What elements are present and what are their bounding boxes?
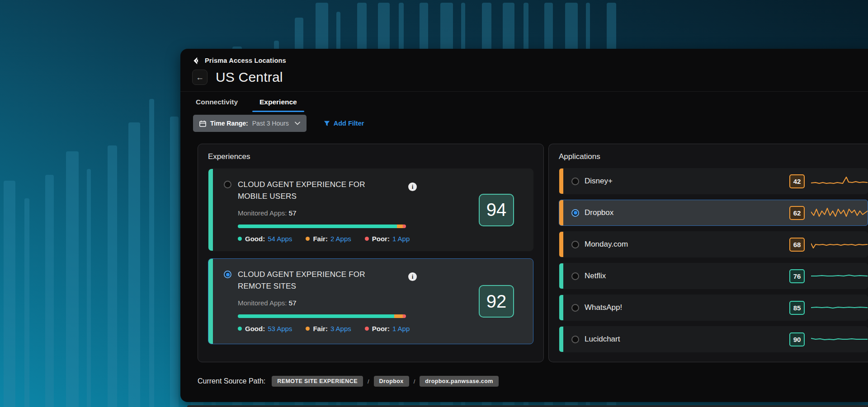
distribution-legend: Good:53 AppsFair:3 AppsPoor:1 App	[238, 325, 474, 332]
app-radio[interactable]	[571, 272, 579, 280]
app-radio[interactable]	[571, 178, 579, 185]
main-panel: Prisma Access Locations ← US Central Con…	[180, 49, 868, 402]
app-sparkline-chart	[811, 205, 868, 221]
app-distribution-bar	[238, 225, 406, 228]
legend-item: Poor:1 App	[365, 235, 410, 243]
app-sparkline-chart	[811, 236, 868, 253]
legend-item: Fair:3 Apps	[306, 325, 351, 332]
legend-value[interactable]: 2 Apps	[330, 235, 351, 243]
monitored-apps-value: 57	[288, 209, 296, 217]
background-stripe	[45, 175, 54, 407]
next-panel-edge	[187, 405, 868, 407]
time-range-dropdown[interactable]: Time Range: Past 3 Hours	[193, 115, 307, 132]
info-icon[interactable]: i	[408, 182, 417, 191]
experience-radio[interactable]	[224, 271, 231, 278]
background-stripe	[149, 99, 154, 407]
experience-radio[interactable]	[224, 181, 231, 188]
tab-experience[interactable]: Experience	[251, 92, 305, 112]
add-filter-label: Add Filter	[334, 120, 364, 127]
experience-title: CLOUD AGENT EXPERIENCE FOR MOBILE USERS	[238, 179, 389, 202]
status-dot	[238, 237, 242, 241]
application-row[interactable]: Disney+ 42	[559, 168, 868, 194]
app-radio[interactable]	[571, 209, 579, 217]
app-score-badge: 62	[789, 206, 805, 220]
application-row[interactable]: WhatsApp! 85	[559, 295, 868, 321]
app-score-badge: 42	[789, 174, 805, 188]
back-button[interactable]: ←	[192, 70, 208, 85]
app-name: Lucidchart	[585, 335, 620, 344]
application-row[interactable]: Monday.com 68	[559, 231, 868, 257]
distribution-legend: Good:54 AppsFair:2 AppsPoor:1 App	[238, 235, 474, 243]
app-status-bar	[559, 168, 563, 194]
app-name: Dropbox	[585, 208, 613, 217]
application-row[interactable]: Dropbox 62	[559, 200, 868, 226]
distribution-segment	[403, 314, 406, 318]
app-sparkline-chart	[811, 299, 868, 316]
app-header: Prisma Access Locations	[180, 49, 868, 65]
monitored-apps-label: Monitored Apps:	[238, 299, 287, 307]
applications-panel: Applications Disney+ 42 Dropbox 62 Monda…	[548, 144, 868, 362]
prisma-logo-icon	[193, 57, 201, 65]
legend-value[interactable]: 54 Apps	[268, 235, 292, 243]
tab-connectivity[interactable]: Connectivity	[188, 92, 246, 112]
app-radio[interactable]	[571, 336, 579, 343]
experience-score: 94	[479, 194, 514, 226]
path-segment-pill: dropbox.panwsase.com	[420, 376, 498, 387]
application-row[interactable]: Netflix 76	[559, 263, 868, 289]
app-title: Prisma Access Locations	[205, 57, 286, 64]
info-icon[interactable]: i	[408, 272, 417, 281]
legend-value[interactable]: 1 App	[392, 235, 410, 243]
legend-label: Fair:	[313, 235, 328, 243]
experience-card-mobile-users[interactable]: CLOUD AGENT EXPERIENCE FOR MOBILE USERS …	[208, 168, 533, 251]
filter-funnel-icon	[324, 120, 330, 126]
app-status-bar	[559, 200, 563, 225]
distribution-segment	[403, 225, 406, 228]
background-stripe	[170, 117, 179, 407]
time-range-label: Time Range:	[210, 120, 248, 127]
app-name: Netflix	[585, 271, 606, 281]
legend-value[interactable]: 53 Apps	[268, 325, 292, 332]
applications-title: Applications	[559, 152, 868, 161]
app-radio[interactable]	[571, 304, 579, 312]
path-segment-pill: Dropbox	[374, 376, 409, 387]
background-stripe	[66, 151, 79, 407]
source-path-label: Current Source Path:	[198, 377, 265, 385]
add-filter-button[interactable]: Add Filter	[324, 120, 364, 127]
path-segment-pill: REMOTE SITE EXPERIENCE	[272, 376, 363, 387]
experience-status-bar	[208, 169, 213, 251]
legend-label: Poor:	[372, 235, 390, 243]
status-dot	[238, 327, 242, 331]
app-score-badge: 85	[789, 301, 805, 315]
experiences-title: Experiences	[208, 152, 533, 161]
legend-label: Good:	[245, 235, 265, 243]
background-stripe	[108, 145, 117, 407]
legend-value[interactable]: 1 App	[392, 325, 410, 332]
app-score-badge: 76	[789, 269, 805, 283]
legend-item: Poor:1 App	[365, 325, 410, 332]
app-score-badge: 68	[789, 238, 805, 252]
app-radio[interactable]	[571, 241, 579, 248]
app-status-bar	[559, 327, 563, 352]
distribution-segment	[238, 314, 394, 318]
app-sparkline-chart	[811, 331, 868, 347]
app-sparkline-chart	[811, 268, 868, 284]
application-row[interactable]: Lucidchart 90	[559, 326, 868, 352]
status-dot	[306, 327, 310, 331]
legend-item: Good:54 Apps	[238, 235, 292, 243]
experience-card-remote-sites[interactable]: CLOUD AGENT EXPERIENCE FOR REMOTE SITES …	[208, 258, 533, 344]
app-status-bar	[559, 295, 563, 320]
current-source-path: Current Source Path: REMOTE SITE EXPERIE…	[198, 376, 868, 387]
tab-label: Connectivity	[196, 98, 238, 106]
experience-score: 92	[479, 285, 514, 318]
status-dot	[365, 327, 369, 331]
monitored-apps: Monitored Apps:57	[238, 209, 474, 217]
legend-item: Good:53 Apps	[238, 325, 292, 332]
page-title: US Central	[216, 70, 283, 85]
source-path-breadcrumb: REMOTE SITE EXPERIENCE/Dropbox/dropbox.p…	[272, 376, 498, 387]
background-stripe	[128, 122, 140, 407]
filter-row: Time Range: Past 3 Hours Add Filter	[193, 115, 868, 132]
legend-label: Good:	[245, 325, 265, 332]
app-status-bar	[559, 232, 563, 257]
legend-value[interactable]: 3 Apps	[330, 325, 351, 332]
legend-item: Fair:2 Apps	[306, 235, 351, 243]
